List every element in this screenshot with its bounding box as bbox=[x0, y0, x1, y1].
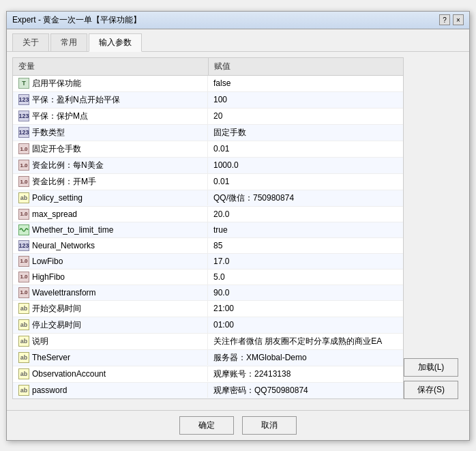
ab-icon: ab bbox=[18, 319, 29, 330]
bool-icon: T bbox=[18, 78, 29, 89]
param-value-cell: 100 bbox=[208, 91, 403, 108]
wavy-icon bbox=[18, 224, 29, 235]
float-icon: 1.0 bbox=[18, 209, 29, 220]
param-value-cell: 20.0 bbox=[208, 206, 403, 222]
tab-input-params[interactable]: 输入参数 bbox=[89, 33, 142, 52]
main-area: 变量 赋值 T 启用平保功能 false 123 平保：盈利N点开始平保 100… bbox=[12, 57, 464, 405]
param-value-cell: true bbox=[208, 222, 403, 237]
param-name-cell: ab 开始交易时间 bbox=[13, 301, 208, 317]
save-button[interactable]: 保存(S) bbox=[404, 381, 458, 399]
params-table-wrapper: 变量 赋值 T 启用平保功能 false 123 平保：盈利N点开始平保 100… bbox=[12, 57, 404, 405]
param-value-cell: 关注作者微信 朋友圈不定时分享成熟的商业EA bbox=[208, 333, 403, 349]
param-name: 说明 bbox=[32, 336, 48, 347]
table-row: 1.0 资金比例：开M手 0.01 bbox=[13, 173, 403, 190]
param-value-cell: 0.01 bbox=[208, 173, 403, 190]
param-name: 停止交易时间 bbox=[32, 319, 81, 331]
param-name: 启用平保功能 bbox=[32, 78, 81, 89]
param-name: 手数类型 bbox=[32, 127, 65, 139]
param-name: password bbox=[32, 385, 67, 395]
ab-icon: ab bbox=[18, 192, 29, 203]
tab-common[interactable]: 常用 bbox=[50, 33, 87, 51]
table-row: T 启用平保功能 false bbox=[13, 75, 403, 91]
table-row: 123 Neural_Networks 85 bbox=[13, 237, 403, 253]
param-name-cell: T 启用平保功能 bbox=[13, 76, 208, 91]
ab-icon: ab bbox=[18, 385, 29, 396]
param-name: ObservationAccount bbox=[32, 369, 106, 379]
param-name-cell: 1.0 Wavelettransform bbox=[13, 285, 208, 300]
param-name-cell: ab 停止交易时间 bbox=[13, 317, 208, 333]
col-header-variable: 变量 bbox=[13, 58, 208, 76]
param-value-cell: 90.0 bbox=[208, 285, 403, 300]
content-area: 变量 赋值 T 启用平保功能 false 123 平保：盈利N点开始平保 100… bbox=[7, 52, 469, 410]
table-row: 1.0 max_spread 20.0 bbox=[13, 206, 403, 222]
table-row: ab 停止交易时间 01:00 bbox=[13, 317, 403, 333]
param-name: 平保：盈利N点开始平保 bbox=[32, 94, 120, 106]
tab-bar: 关于 常用 输入参数 bbox=[7, 29, 469, 52]
int-icon: 123 bbox=[18, 240, 29, 251]
table-row: 123 平保：保护M点 20 bbox=[13, 108, 403, 124]
param-name-cell: 1.0 资金比例：每N美金 bbox=[13, 158, 208, 173]
ab-icon: ab bbox=[18, 352, 29, 363]
param-value-cell: QQ/微信：750980874 bbox=[208, 190, 403, 206]
param-name: 资金比例：每N美金 bbox=[32, 160, 104, 171]
param-name: Whether_to_limit_time bbox=[32, 225, 113, 235]
param-name-cell: ab Policy_setting bbox=[13, 190, 208, 205]
param-name-cell: 1.0 固定开仓手数 bbox=[13, 141, 208, 157]
param-name: max_spread bbox=[32, 209, 77, 219]
param-name: Wavelettransform bbox=[32, 288, 96, 297]
cancel-button[interactable]: 取消 bbox=[242, 416, 297, 435]
bottom-bar: 确定 取消 bbox=[7, 410, 469, 440]
close-button[interactable]: × bbox=[453, 14, 464, 25]
float-icon: 1.0 bbox=[18, 256, 29, 267]
ab-icon: ab bbox=[18, 336, 29, 347]
ab-icon: ab bbox=[18, 303, 29, 314]
param-value-cell: 服务器：XMGlobal-Demo bbox=[208, 349, 403, 366]
param-value-cell: 20 bbox=[208, 108, 403, 124]
float-icon: 1.0 bbox=[18, 143, 29, 154]
param-name: LowFibo bbox=[32, 257, 63, 266]
params-table-container: 变量 赋值 T 启用平保功能 false 123 平保：盈利N点开始平保 100… bbox=[12, 57, 404, 399]
param-name: Neural_Networks bbox=[32, 241, 95, 250]
help-button[interactable]: ? bbox=[439, 14, 450, 25]
param-name-cell: 1.0 HighFibo bbox=[13, 270, 208, 285]
param-value-cell: 固定手数 bbox=[208, 124, 403, 141]
table-row: Whether_to_limit_time true bbox=[13, 222, 403, 237]
param-name-cell: 1.0 LowFibo bbox=[13, 254, 208, 269]
param-name: 平保：保护M点 bbox=[32, 111, 88, 122]
table-row: 1.0 固定开仓手数 0.01 bbox=[13, 141, 403, 157]
table-row: ab 说明 关注作者微信 朋友圈不定时分享成熟的商业EA bbox=[13, 333, 403, 349]
param-value-cell: 85 bbox=[208, 237, 403, 253]
param-value-cell: 观摩账号：22413138 bbox=[208, 366, 403, 382]
load-button[interactable]: 加载(L) bbox=[404, 358, 458, 377]
float-icon: 1.0 bbox=[18, 176, 29, 187]
col-header-value: 赋值 bbox=[208, 58, 403, 76]
param-name-cell: ab ObservationAccount bbox=[13, 366, 208, 381]
ok-button[interactable]: 确定 bbox=[179, 416, 234, 435]
param-value-cell: 观摩密码：QQ750980874 bbox=[208, 382, 403, 398]
param-name: 资金比例：开M手 bbox=[32, 176, 96, 188]
param-name-cell: ab TheServer bbox=[13, 350, 208, 365]
param-name-cell: 123 手数类型 bbox=[13, 125, 208, 141]
param-name-cell: Whether_to_limit_time bbox=[13, 222, 208, 237]
param-name-cell: 123 Neural_Networks bbox=[13, 238, 208, 253]
param-name-cell: 1.0 max_spread bbox=[13, 207, 208, 222]
ab-icon: ab bbox=[18, 368, 29, 379]
title-bar: Expert - 黄金一次一单【平保功能】 ? × bbox=[7, 12, 469, 29]
param-name: Policy_setting bbox=[32, 193, 83, 203]
float-icon: 1.0 bbox=[18, 272, 29, 282]
table-row: 1.0 Wavelettransform 90.0 bbox=[13, 285, 403, 300]
param-name-cell: ab password bbox=[13, 383, 208, 398]
param-name: TheServer bbox=[32, 353, 70, 362]
param-name: 固定开仓手数 bbox=[32, 143, 81, 155]
table-row: ab 开始交易时间 21:00 bbox=[13, 300, 403, 317]
float-icon: 1.0 bbox=[18, 160, 29, 171]
table-row: ab password 观摩密码：QQ750980874 bbox=[13, 382, 403, 398]
param-value-cell: 0.01 bbox=[208, 141, 403, 157]
int-icon: 123 bbox=[18, 127, 29, 138]
title-controls: ? × bbox=[439, 14, 464, 25]
tab-about[interactable]: 关于 bbox=[12, 33, 49, 51]
param-value-cell: 01:00 bbox=[208, 317, 403, 333]
table-row: 1.0 资金比例：每N美金 1000.0 bbox=[13, 157, 403, 173]
param-value-cell: 5.0 bbox=[208, 269, 403, 285]
params-table: 变量 赋值 T 启用平保功能 false 123 平保：盈利N点开始平保 100… bbox=[13, 58, 403, 398]
